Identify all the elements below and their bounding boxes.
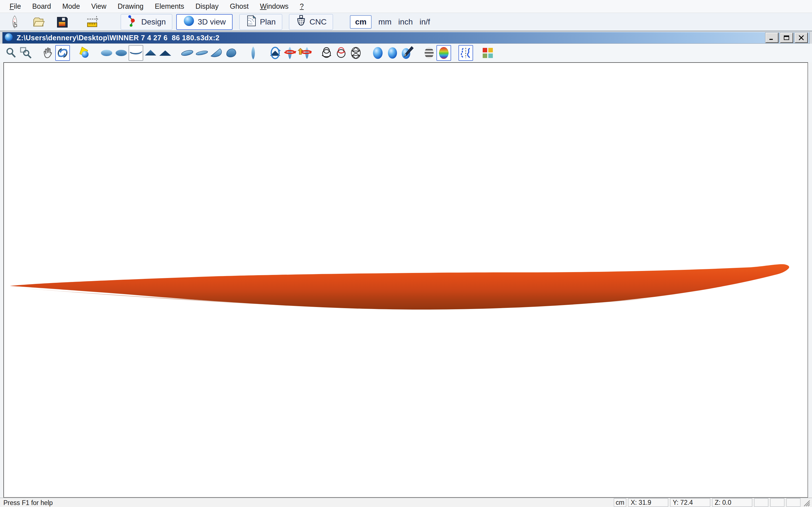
status-y: Y: 72.4 xyxy=(670,498,710,507)
status-cells: cm X: 31.9 Y: 72.4 Z: 0.0 xyxy=(614,498,810,507)
menu-windows[interactable]: Windows xyxy=(254,1,294,11)
pan-icon[interactable] xyxy=(41,45,55,61)
unit-cm[interactable]: cm xyxy=(350,15,371,29)
menu-mode[interactable]: Mode xyxy=(57,1,86,11)
wireframe-icon[interactable] xyxy=(319,45,334,61)
status-bar: Press F1 for help cm X: 31.9 Y: 72.4 Z: … xyxy=(0,498,812,507)
front-view-icon[interactable] xyxy=(143,45,158,61)
back-view-icon[interactable] xyxy=(158,45,172,61)
design-canvas[interactable] xyxy=(3,62,808,498)
design-mode-button[interactable]: Design xyxy=(121,14,172,30)
3d-view-mode-label: 3D view xyxy=(198,17,226,26)
rotate-vertical-icon[interactable] xyxy=(297,45,312,61)
window-controls xyxy=(765,33,808,43)
zoom-icon[interactable] xyxy=(4,45,18,61)
status-empty-1 xyxy=(754,498,768,507)
measurements-icon[interactable] xyxy=(85,14,101,30)
plan-sheet-icon xyxy=(246,15,257,29)
painted-view-icon[interactable] xyxy=(400,45,414,61)
menu-file[interactable]: File xyxy=(4,1,27,11)
3d-view-mode-button[interactable]: 3D view xyxy=(176,14,233,30)
plan-mode-label: Plan xyxy=(260,17,276,26)
design-mode-label: Design xyxy=(141,17,166,26)
perspective-3-icon[interactable] xyxy=(209,45,224,61)
view-toolbar xyxy=(0,44,812,62)
document-title: Z:\Users\dennery\Desktop\WINNER 7 4 27 6… xyxy=(17,34,219,42)
plan-mode-button[interactable]: Plan xyxy=(239,14,282,30)
curvature-map-icon[interactable] xyxy=(437,45,451,61)
wireframe-slices-icon[interactable] xyxy=(334,45,349,61)
rotate-3d-icon[interactable] xyxy=(55,45,70,61)
surfboard-3d-render xyxy=(4,63,808,497)
smooth-shaded-view-icon[interactable] xyxy=(385,45,400,61)
flex-icon[interactable] xyxy=(458,45,473,61)
mdi-area: Z:\Users\dennery\Desktop\WINNER 7 4 27 6… xyxy=(0,31,812,44)
colors-icon[interactable] xyxy=(480,45,495,61)
open-folder-icon[interactable] xyxy=(31,14,46,30)
perspective-2-icon[interactable] xyxy=(195,45,209,61)
cnc-mode-label: CNC xyxy=(310,17,327,26)
cnc-mode-button[interactable]: CNC xyxy=(289,14,333,30)
main-toolbar: Design 3D view Plan CNC cm xyxy=(0,13,812,31)
outline-view-icon[interactable] xyxy=(246,45,260,61)
design-nodes-icon xyxy=(127,14,139,29)
menu-display[interactable]: Display xyxy=(190,1,224,11)
status-z: Z: 0.0 xyxy=(712,498,752,507)
status-help-text: Press F1 for help xyxy=(0,499,53,507)
menu-ghost[interactable]: Ghost xyxy=(224,1,254,11)
document-sphere-icon xyxy=(4,33,13,43)
status-empty-3 xyxy=(786,498,801,507)
perspective-4-icon[interactable] xyxy=(224,45,239,61)
rotate-object-icon[interactable] xyxy=(268,45,283,61)
mesh-icon[interactable] xyxy=(349,45,363,61)
menu-bar: File Board Mode View Drawing Elements Di… xyxy=(0,0,812,13)
bottom-view-icon[interactable] xyxy=(114,45,129,61)
top-view-icon[interactable] xyxy=(99,45,114,61)
unit-inf[interactable]: in/f xyxy=(419,17,430,26)
rotate-horizontal-icon[interactable] xyxy=(283,45,297,61)
menu-help[interactable]: ? xyxy=(294,1,309,11)
status-empty-2 xyxy=(770,498,784,507)
status-unit: cm xyxy=(614,498,626,507)
surfboard-profile xyxy=(10,264,789,309)
stripes-view-icon[interactable] xyxy=(422,45,437,61)
side-view-icon[interactable] xyxy=(129,45,143,61)
menu-drawing[interactable]: Drawing xyxy=(112,1,149,11)
light-icon[interactable] xyxy=(77,45,92,61)
minimize-button[interactable] xyxy=(765,33,778,43)
shaded-view-icon[interactable] xyxy=(370,45,385,61)
menu-board[interactable]: Board xyxy=(27,1,57,11)
new-board-icon[interactable] xyxy=(7,14,22,30)
status-x: X: 31.9 xyxy=(628,498,668,507)
cnc-bit-icon xyxy=(296,15,307,29)
save-icon[interactable] xyxy=(54,14,70,30)
resize-grip[interactable] xyxy=(802,498,810,507)
menu-elements[interactable]: Elements xyxy=(149,1,190,11)
unit-selector: cm mm inch in/f xyxy=(350,15,430,29)
menu-view[interactable]: View xyxy=(86,1,112,11)
unit-inch[interactable]: inch xyxy=(398,17,413,26)
zoom-window-icon[interactable] xyxy=(18,45,33,61)
unit-mm[interactable]: mm xyxy=(378,17,392,26)
sphere-icon xyxy=(183,15,195,29)
close-button[interactable] xyxy=(795,33,808,43)
document-title-bar[interactable]: Z:\Users\dennery\Desktop\WINNER 7 4 27 6… xyxy=(2,32,810,44)
perspective-1-icon[interactable] xyxy=(180,45,195,61)
restore-button[interactable] xyxy=(780,33,793,43)
